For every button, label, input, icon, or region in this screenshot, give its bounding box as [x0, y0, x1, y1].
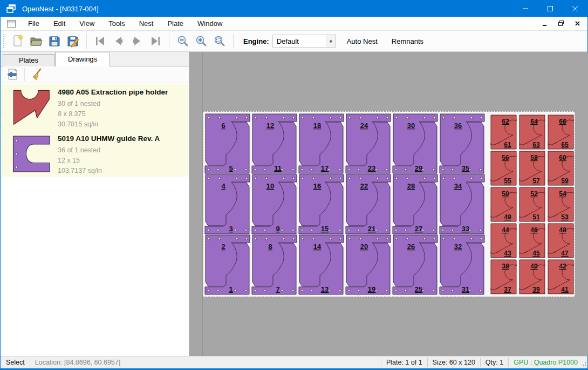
close-button[interactable] [563, 1, 587, 17]
nested-part-pair[interactable]: 1413 [299, 235, 344, 294]
resize-grip[interactable] [581, 362, 586, 367]
window-title: OpenNest - [N0317-004] [22, 5, 99, 13]
drawing-list-item[interactable]: 5019 A10 UHMW guide Rev. A 36 of 1 neste… [1, 130, 188, 177]
part-number: 11 [274, 164, 282, 172]
minimize-button[interactable] [513, 1, 538, 17]
chevron-down-icon[interactable]: ▾ [326, 35, 336, 47]
nested-part-pair[interactable]: 1817 [299, 114, 344, 173]
nested-part-pair[interactable]: 87 [252, 235, 297, 294]
nested-part-pair[interactable]: 3635 [440, 114, 484, 173]
mdi-minimize-icon [542, 21, 548, 26]
drawing-list-item[interactable]: 4980 A05 Extraction pipe holder 30 of 1 … [1, 84, 188, 130]
nested-part-pair[interactable]: 5049 [491, 187, 516, 221]
part-number: 66 [559, 118, 566, 125]
sidebar: Plates Drawings [1, 52, 189, 356]
nested-part-pair[interactable]: 109 [252, 174, 297, 234]
nested-part-pair[interactable]: 2019 [346, 235, 391, 294]
part-number: 53 [561, 213, 569, 221]
auto-nest-button[interactable]: Auto Nest [344, 35, 381, 48]
part-number: 46 [530, 226, 538, 234]
mdi-restore-button[interactable] [555, 18, 567, 29]
nested-part-pair[interactable]: 1615 [299, 174, 344, 234]
drawing-area: 30.7815 sq/in [58, 120, 98, 128]
first-plate-button[interactable] [91, 32, 110, 50]
save-as-icon [66, 35, 79, 48]
nested-part-pair[interactable]: 3231 [440, 235, 484, 294]
nested-part-pair[interactable]: 4241 [548, 260, 573, 294]
last-plate-button[interactable] [146, 32, 165, 50]
toolbar-separator [24, 68, 25, 81]
save-as-button[interactable] [64, 32, 82, 50]
mdi-close-button[interactable] [571, 18, 583, 29]
nested-part-pair[interactable]: 6463 [519, 115, 545, 149]
open-button[interactable] [27, 32, 45, 50]
clear-drawings-button[interactable] [28, 68, 45, 82]
nested-part-pair[interactable]: 21 [205, 235, 250, 294]
plate-count: Plate: 1 of 1 [386, 359, 422, 366]
zoom-in-icon [195, 35, 208, 48]
next-arrow-icon [131, 35, 143, 48]
engine-select[interactable]: Default ▾ [272, 35, 336, 48]
part-number: 54 [559, 190, 566, 198]
nested-part-pair[interactable]: 2423 [346, 114, 391, 173]
nested-part-pair[interactable]: 3029 [393, 114, 437, 173]
nested-part-pair[interactable]: 6665 [548, 115, 573, 149]
menu-edit[interactable]: Edit [46, 17, 72, 30]
part-number: 10 [266, 182, 274, 190]
nested-part-pair[interactable]: 6059 [548, 151, 573, 185]
menu-plate[interactable]: Plate [160, 17, 190, 30]
mdi-minimize-button[interactable] [539, 18, 551, 29]
drawing-nested-count: 36 of 1 nested [58, 146, 100, 154]
menu-view[interactable]: View [72, 17, 101, 30]
save-button[interactable] [45, 32, 64, 50]
nested-part-pair[interactable]: 5655 [491, 151, 516, 185]
nested-part-pair[interactable]: 3837 [491, 260, 516, 294]
status-bar: Select Location: [84.8696, 60.6957] Plat… [1, 356, 587, 368]
nested-part-pair[interactable]: 2827 [393, 174, 437, 234]
nested-part-pair[interactable]: 5251 [519, 187, 545, 221]
plate[interactable]: 6512111817242330293635431091615222128273… [203, 111, 575, 297]
nested-part-pair[interactable]: 2221 [346, 174, 391, 234]
engine-label: Engine: [243, 37, 269, 45]
part-number: 45 [532, 250, 540, 257]
nested-part-pair[interactable]: 4847 [548, 224, 573, 258]
part-number: 17 [321, 164, 329, 172]
nested-part-pair[interactable]: 43 [205, 174, 250, 234]
part-number: 29 [415, 164, 422, 172]
nested-part-pair[interactable]: 6261 [491, 115, 516, 149]
zoom-in-button[interactable] [192, 32, 210, 50]
tab-drawings[interactable]: Drawings [55, 52, 110, 66]
plate-size: Size: 60 x 120 [433, 359, 475, 366]
zoom-out-button[interactable] [174, 32, 192, 50]
toolbar-grip[interactable] [3, 34, 5, 48]
new-file-icon [11, 35, 24, 48]
nested-part-pair[interactable]: 1211 [252, 114, 297, 173]
previous-plate-button[interactable] [110, 32, 128, 50]
part-number: 25 [415, 285, 422, 293]
nested-part-pair[interactable]: 65 [205, 114, 250, 173]
menu-tools[interactable]: Tools [101, 17, 132, 30]
nesting-canvas[interactable]: 6512111817242330293635431091615222128273… [189, 52, 588, 356]
tab-plates[interactable]: Plates [3, 54, 54, 67]
part-number: 14 [313, 243, 322, 251]
next-plate-button[interactable] [128, 32, 146, 50]
drawing-nested-count: 30 of 1 nested [58, 100, 100, 107]
maximize-button[interactable] [538, 1, 563, 17]
nested-part-pair[interactable]: 5453 [548, 187, 573, 221]
menu-nest[interactable]: Nest [132, 17, 161, 30]
import-drawing-button[interactable] [4, 68, 21, 82]
nested-part-pair[interactable]: 4039 [519, 260, 545, 294]
nested-part-pair[interactable]: 2625 [393, 235, 437, 294]
zoom-fit-button[interactable] [210, 32, 229, 50]
menu-window[interactable]: Window [190, 17, 229, 30]
status-separator [480, 358, 481, 367]
remnants-button[interactable]: Remnants [388, 35, 427, 48]
new-button[interactable] [9, 32, 27, 50]
document-icon[interactable] [7, 20, 16, 28]
part-number: 34 [454, 182, 462, 190]
nested-part-pair[interactable]: 4645 [519, 224, 545, 258]
nested-part-pair[interactable]: 4443 [491, 224, 516, 258]
nested-part-pair[interactable]: 5857 [519, 151, 545, 185]
menu-file[interactable]: File [21, 17, 46, 30]
nested-part-pair[interactable]: 3433 [440, 174, 484, 234]
